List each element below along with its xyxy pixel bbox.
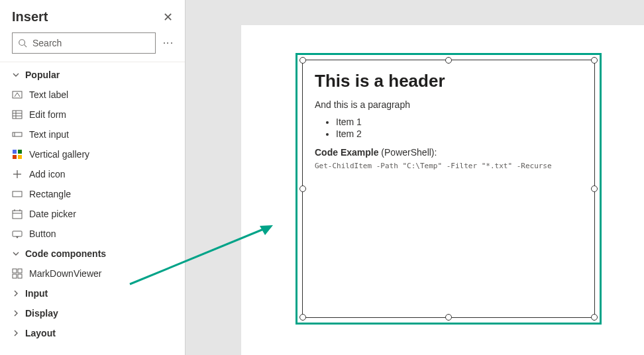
- resize-handle[interactable]: [445, 314, 452, 321]
- chevron-down-icon: [12, 250, 20, 257]
- category-display[interactable]: Display: [0, 303, 185, 323]
- preview-code: Get-ChildItem -Path "C:\Temp" -Filter "*…: [315, 162, 582, 170]
- chevron-right-icon: [12, 330, 20, 336]
- preview-list: Item 1 Item 2: [336, 117, 582, 139]
- close-icon[interactable]: ✕: [163, 11, 173, 23]
- item-label: Rectangle: [29, 189, 71, 199]
- resize-handle[interactable]: [591, 185, 598, 192]
- svg-line-3: [15, 93, 17, 97]
- search-input[interactable]: [32, 38, 150, 48]
- svg-rect-2: [13, 91, 22, 98]
- item-label: MarkDownViewer: [29, 268, 101, 279]
- item-markdown-viewer[interactable]: MarkDownViewer: [0, 264, 185, 283]
- insert-tree: Popular Text label Edit form Text input …: [0, 62, 185, 343]
- text-input-icon: [12, 129, 23, 140]
- category-label: Layout: [25, 328, 56, 338]
- item-rectangle[interactable]: Rectangle: [0, 184, 185, 204]
- more-options-icon[interactable]: ⋮: [162, 38, 173, 48]
- category-code-components[interactable]: Code components: [0, 244, 185, 264]
- svg-rect-13: [13, 155, 17, 159]
- search-box[interactable]: [12, 32, 156, 54]
- svg-line-1: [25, 45, 27, 48]
- resize-handle[interactable]: [591, 314, 598, 321]
- text-label-icon: [12, 89, 23, 100]
- item-label: Date picker: [29, 209, 76, 219]
- component-icon: [12, 268, 23, 279]
- item-label: Button: [29, 228, 56, 239]
- calendar-icon: [12, 209, 23, 219]
- item-label: Text label: [29, 89, 68, 100]
- insert-panel: Insert ✕ ⋮ Popular Text label Edit form …: [0, 0, 186, 355]
- svg-rect-18: [13, 211, 22, 219]
- resize-handle[interactable]: [299, 57, 306, 64]
- plus-icon: [12, 169, 23, 179]
- gallery-icon: [12, 149, 23, 160]
- preview-paragraph: And this is a paragraph: [315, 99, 582, 110]
- svg-rect-12: [18, 150, 22, 154]
- resize-handle[interactable]: [299, 314, 306, 321]
- resize-handle[interactable]: [445, 57, 452, 64]
- markdown-viewer-component[interactable]: This is a header And this is a paragraph…: [302, 60, 595, 318]
- list-item: Item 1: [336, 117, 582, 127]
- item-text-input[interactable]: Text input: [0, 125, 185, 144]
- rectangle-icon: [12, 189, 23, 199]
- chevron-down-icon: [12, 72, 20, 78]
- category-label: Input: [25, 288, 48, 299]
- category-label: Popular: [25, 70, 60, 80]
- svg-rect-17: [13, 191, 22, 197]
- item-text-label[interactable]: Text label: [0, 85, 185, 105]
- svg-rect-11: [13, 150, 17, 154]
- svg-rect-23: [13, 269, 17, 273]
- panel-header: Insert ✕: [0, 9, 185, 32]
- chevron-right-icon: [12, 290, 20, 297]
- button-icon: [12, 228, 23, 239]
- category-label: Code components: [25, 248, 106, 259]
- list-item: Item 2: [336, 128, 582, 139]
- svg-rect-5: [13, 111, 22, 119]
- svg-line-4: [17, 93, 20, 97]
- search-row: ⋮: [0, 32, 185, 62]
- svg-rect-25: [13, 274, 17, 278]
- category-label: Display: [25, 308, 58, 319]
- panel-title: Insert: [12, 9, 48, 25]
- svg-rect-9: [13, 132, 22, 136]
- item-button[interactable]: Button: [0, 224, 185, 244]
- edit-form-icon: [12, 109, 23, 120]
- canvas-area[interactable]: This is a header And this is a paragraph…: [186, 0, 644, 355]
- item-date-picker[interactable]: Date picker: [0, 204, 185, 224]
- item-label: Edit form: [29, 109, 66, 120]
- category-input[interactable]: Input: [0, 283, 185, 303]
- chevron-right-icon: [12, 310, 20, 317]
- category-layout[interactable]: Layout: [0, 323, 185, 343]
- item-add-icon[interactable]: Add icon: [0, 164, 185, 184]
- item-label: Vertical gallery: [29, 149, 89, 160]
- svg-point-0: [19, 40, 25, 46]
- svg-rect-22: [13, 231, 22, 236]
- category-popular[interactable]: Popular: [0, 65, 185, 85]
- preview-code-label: Code Example (PowerShell):: [315, 147, 582, 158]
- svg-rect-24: [18, 269, 22, 273]
- svg-rect-26: [18, 274, 22, 278]
- item-label: Add icon: [29, 169, 65, 179]
- search-icon: [18, 38, 27, 48]
- item-vertical-gallery[interactable]: Vertical gallery: [0, 144, 185, 164]
- resize-handle[interactable]: [591, 57, 598, 64]
- svg-rect-14: [18, 155, 22, 159]
- preview-header: This is a header: [315, 71, 582, 91]
- item-label: Text input: [29, 129, 69, 140]
- resize-handle[interactable]: [299, 185, 306, 192]
- item-edit-form[interactable]: Edit form: [0, 105, 185, 125]
